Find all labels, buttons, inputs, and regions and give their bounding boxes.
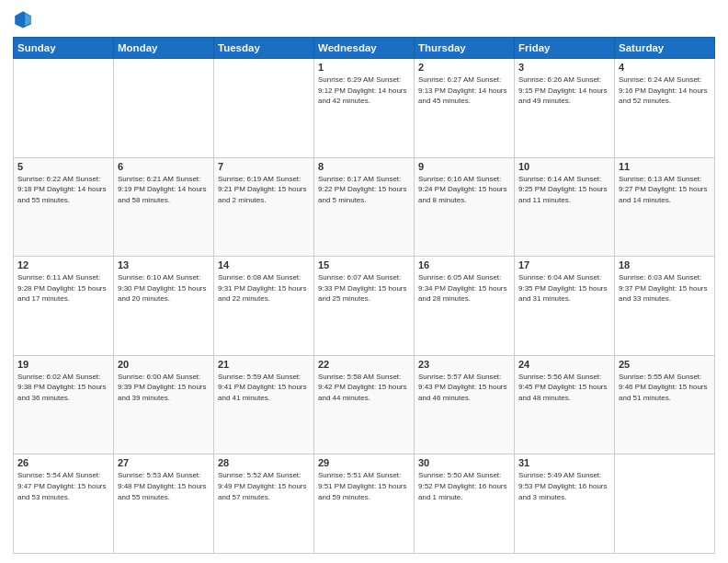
weekday-header-monday: Monday [114, 38, 214, 59]
day-cell-12: 12Sunrise: 6:11 AM Sunset: 9:28 PM Dayli… [14, 257, 114, 356]
day-info: Sunrise: 6:07 AM Sunset: 9:33 PM Dayligh… [318, 272, 410, 304]
day-number: 18 [619, 259, 711, 270]
day-cell-4: 4Sunrise: 6:24 AM Sunset: 9:16 PM Daylig… [615, 59, 715, 158]
day-cell-16: 16Sunrise: 6:05 AM Sunset: 9:34 PM Dayli… [415, 257, 515, 356]
day-number: 19 [17, 359, 109, 370]
day-info: Sunrise: 6:27 AM Sunset: 9:13 PM Dayligh… [418, 75, 510, 107]
day-info: Sunrise: 6:08 AM Sunset: 9:31 PM Dayligh… [218, 272, 310, 304]
day-number: 6 [118, 161, 210, 172]
day-number: 8 [318, 161, 410, 172]
day-cell-27: 27Sunrise: 5:53 AM Sunset: 9:48 PM Dayli… [114, 454, 214, 554]
day-info: Sunrise: 6:02 AM Sunset: 9:38 PM Dayligh… [17, 372, 109, 404]
day-info: Sunrise: 6:26 AM Sunset: 9:15 PM Dayligh… [518, 75, 610, 107]
day-number: 1 [318, 62, 410, 73]
empty-cell [14, 59, 114, 158]
day-cell-17: 17Sunrise: 6:04 AM Sunset: 9:35 PM Dayli… [515, 257, 615, 356]
day-number: 27 [118, 457, 210, 468]
day-number: 29 [318, 457, 410, 468]
day-cell-14: 14Sunrise: 6:08 AM Sunset: 9:31 PM Dayli… [214, 257, 314, 356]
day-cell-21: 21Sunrise: 5:59 AM Sunset: 9:41 PM Dayli… [214, 355, 314, 454]
weekday-header-thursday: Thursday [415, 38, 515, 59]
day-cell-30: 30Sunrise: 5:50 AM Sunset: 9:52 PM Dayli… [415, 454, 515, 554]
day-number: 12 [17, 259, 109, 270]
day-info: Sunrise: 5:50 AM Sunset: 9:52 PM Dayligh… [418, 470, 510, 502]
day-cell-9: 9Sunrise: 6:16 AM Sunset: 9:24 PM Daylig… [415, 157, 515, 257]
day-info: Sunrise: 5:54 AM Sunset: 9:47 PM Dayligh… [17, 470, 109, 502]
day-number: 3 [518, 62, 610, 73]
day-info: Sunrise: 6:16 AM Sunset: 9:24 PM Dayligh… [418, 174, 510, 206]
day-cell-15: 15Sunrise: 6:07 AM Sunset: 9:33 PM Dayli… [314, 257, 415, 356]
day-number: 7 [218, 161, 310, 172]
day-number: 10 [518, 161, 610, 172]
day-cell-29: 29Sunrise: 5:51 AM Sunset: 9:51 PM Dayli… [314, 454, 415, 554]
day-number: 5 [17, 161, 109, 172]
day-cell-10: 10Sunrise: 6:14 AM Sunset: 9:25 PM Dayli… [515, 157, 615, 257]
day-cell-7: 7Sunrise: 6:19 AM Sunset: 9:21 PM Daylig… [214, 157, 314, 257]
day-info: Sunrise: 5:55 AM Sunset: 9:46 PM Dayligh… [619, 372, 711, 404]
day-number: 23 [418, 359, 510, 370]
day-info: Sunrise: 6:13 AM Sunset: 9:27 PM Dayligh… [619, 174, 711, 206]
day-number: 15 [318, 259, 410, 270]
day-number: 20 [118, 359, 210, 370]
week-row-1: 1Sunrise: 6:29 AM Sunset: 9:12 PM Daylig… [14, 59, 715, 158]
day-cell-24: 24Sunrise: 5:56 AM Sunset: 9:45 PM Dayli… [515, 355, 615, 454]
day-info: Sunrise: 5:58 AM Sunset: 9:42 PM Dayligh… [318, 372, 410, 404]
day-number: 25 [619, 359, 711, 370]
day-cell-26: 26Sunrise: 5:54 AM Sunset: 9:47 PM Dayli… [14, 454, 114, 554]
day-info: Sunrise: 6:03 AM Sunset: 9:37 PM Dayligh… [619, 272, 711, 304]
weekday-header-row: SundayMondayTuesdayWednesdayThursdayFrid… [14, 38, 715, 59]
day-cell-18: 18Sunrise: 6:03 AM Sunset: 9:37 PM Dayli… [615, 257, 715, 356]
day-cell-3: 3Sunrise: 6:26 AM Sunset: 9:15 PM Daylig… [515, 59, 615, 158]
day-number: 31 [518, 457, 610, 468]
logo [13, 9, 35, 29]
day-info: Sunrise: 5:59 AM Sunset: 9:41 PM Dayligh… [218, 372, 310, 404]
day-cell-11: 11Sunrise: 6:13 AM Sunset: 9:27 PM Dayli… [615, 157, 715, 257]
day-cell-13: 13Sunrise: 6:10 AM Sunset: 9:30 PM Dayli… [114, 257, 214, 356]
day-info: Sunrise: 6:19 AM Sunset: 9:21 PM Dayligh… [218, 174, 310, 206]
weekday-header-tuesday: Tuesday [214, 38, 314, 59]
day-number: 26 [17, 457, 109, 468]
weekday-header-sunday: Sunday [14, 38, 114, 59]
day-cell-1: 1Sunrise: 6:29 AM Sunset: 9:12 PM Daylig… [314, 59, 415, 158]
day-number: 22 [318, 359, 410, 370]
day-cell-28: 28Sunrise: 5:52 AM Sunset: 9:49 PM Dayli… [214, 454, 314, 554]
day-info: Sunrise: 6:29 AM Sunset: 9:12 PM Dayligh… [318, 75, 410, 107]
day-info: Sunrise: 5:52 AM Sunset: 9:49 PM Dayligh… [218, 470, 310, 502]
day-info: Sunrise: 6:24 AM Sunset: 9:16 PM Dayligh… [619, 75, 711, 107]
day-number: 28 [218, 457, 310, 468]
day-number: 30 [418, 457, 510, 468]
day-info: Sunrise: 5:57 AM Sunset: 9:43 PM Dayligh… [418, 372, 510, 404]
day-cell-23: 23Sunrise: 5:57 AM Sunset: 9:43 PM Dayli… [415, 355, 515, 454]
day-number: 9 [418, 161, 510, 172]
calendar-table: SundayMondayTuesdayWednesdayThursdayFrid… [13, 37, 715, 554]
day-cell-5: 5Sunrise: 6:22 AM Sunset: 9:18 PM Daylig… [14, 157, 114, 257]
day-cell-20: 20Sunrise: 6:00 AM Sunset: 9:39 PM Dayli… [114, 355, 214, 454]
week-row-4: 19Sunrise: 6:02 AM Sunset: 9:38 PM Dayli… [14, 355, 715, 454]
day-cell-25: 25Sunrise: 5:55 AM Sunset: 9:46 PM Dayli… [615, 355, 715, 454]
page: SundayMondayTuesdayWednesdayThursdayFrid… [0, 0, 728, 563]
weekday-header-saturday: Saturday [615, 38, 715, 59]
day-number: 16 [418, 259, 510, 270]
day-number: 2 [418, 62, 510, 73]
weekday-header-wednesday: Wednesday [314, 38, 415, 59]
day-info: Sunrise: 5:51 AM Sunset: 9:51 PM Dayligh… [318, 470, 410, 502]
day-info: Sunrise: 6:21 AM Sunset: 9:19 PM Dayligh… [118, 174, 210, 206]
day-number: 4 [619, 62, 711, 73]
day-number: 11 [619, 161, 711, 172]
day-info: Sunrise: 6:22 AM Sunset: 9:18 PM Dayligh… [17, 174, 109, 206]
day-info: Sunrise: 6:14 AM Sunset: 9:25 PM Dayligh… [518, 174, 610, 206]
logo-icon [13, 9, 33, 29]
day-number: 17 [518, 259, 610, 270]
header [13, 9, 715, 29]
day-info: Sunrise: 5:49 AM Sunset: 9:53 PM Dayligh… [518, 470, 610, 502]
day-info: Sunrise: 5:53 AM Sunset: 9:48 PM Dayligh… [118, 470, 210, 502]
day-cell-6: 6Sunrise: 6:21 AM Sunset: 9:19 PM Daylig… [114, 157, 214, 257]
weekday-header-friday: Friday [515, 38, 615, 59]
week-row-2: 5Sunrise: 6:22 AM Sunset: 9:18 PM Daylig… [14, 157, 715, 257]
empty-cell [214, 59, 314, 158]
week-row-3: 12Sunrise: 6:11 AM Sunset: 9:28 PM Dayli… [14, 257, 715, 356]
day-cell-31: 31Sunrise: 5:49 AM Sunset: 9:53 PM Dayli… [515, 454, 615, 554]
day-cell-22: 22Sunrise: 5:58 AM Sunset: 9:42 PM Dayli… [314, 355, 415, 454]
empty-cell [615, 454, 715, 554]
day-info: Sunrise: 6:17 AM Sunset: 9:22 PM Dayligh… [318, 174, 410, 206]
